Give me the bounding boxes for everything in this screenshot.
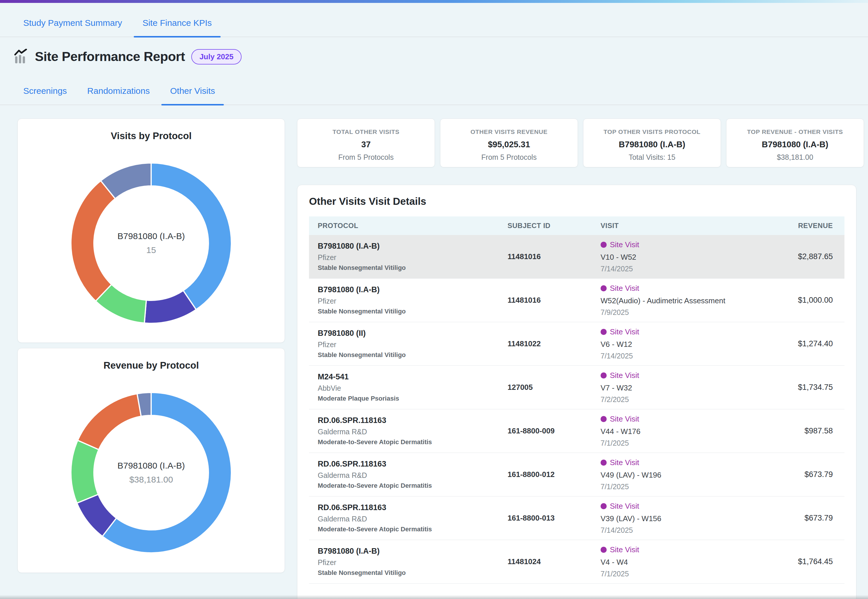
protocol-name: RD.06.SPR.118163 [318,416,495,425]
visit-name: V44 - W176 [601,427,782,436]
visit-date: 7/14/2025 [601,526,782,534]
revenue-donut-chart: B7981080 (I.A-B) $38,181.00 [70,391,232,554]
table-header-row: PROTOCOL SUBJECT ID VISIT REVENUE [309,217,844,235]
column-header-revenue: REVENUE [782,222,844,230]
table-row[interactable]: B7981080 (I.A-B)PfizerStable Nonsegmenta… [309,278,844,322]
visit-cell: Site VisitV10 - W527/14/2025 [588,235,782,278]
kpi-total-other-visits: TOTAL OTHER VISITS 37 From 5 Protocols [297,119,435,167]
visit-dot-icon [601,242,607,248]
visit-date: 7/14/2025 [601,265,782,273]
revenue-cell: $673.79 [782,497,844,540]
sponsor-name: Pfizer [318,253,495,262]
table-row[interactable]: B7981080 (I.A-B)PfizerStable Nonsegmenta… [309,235,844,278]
indication-name: Stable Nonsegmental Vitiligo [318,308,495,315]
protocol-cell: B7981080 (I.A-B)PfizerStable Nonsegmenta… [309,235,495,278]
protocol-cell: RD.06.SPR.118163Galderma R&DModerate-to-… [309,453,495,496]
visit-dot-icon [601,372,607,379]
protocol-name: B7981080 (II) [318,329,495,338]
visit-type: Site Visit [601,284,782,293]
visit-type-label: Site Visit [610,415,639,424]
subject-id-value: 161-8800-012 [507,470,588,479]
visit-type-label: Site Visit [610,327,639,336]
sponsor-name: Galderma R&D [318,427,495,436]
charts-column: Visits by Protocol B7981080 (I.A-B) 15 R… [17,119,285,573]
revenue-cell: $1,764.45 [782,540,844,583]
visit-dot-icon [601,547,607,553]
visit-date: 7/1/2025 [601,570,782,578]
visit-name: V10 - W52 [601,253,782,262]
visit-date: 7/1/2025 [601,439,782,447]
tab-other-visits[interactable]: Other Visits [169,71,216,105]
revenue-cell: $673.79 [782,453,844,496]
tab-site-finance-kpis[interactable]: Site Finance KPIs [141,3,213,37]
report-tab-bar: Screenings Randomizations Other Visits [0,71,868,105]
visit-cell: Site VisitV7 - W327/2/2025 [588,366,782,409]
subject-id-value: 11481016 [507,296,588,305]
subject-id-value: 161-8800-009 [507,426,588,435]
donut-segment[interactable] [151,163,231,310]
table-row[interactable]: RD.06.SPR.118163Galderma R&DModerate-to-… [309,453,844,497]
visit-date: 7/1/2025 [601,483,782,491]
revenue-cell: $1,000.00 [782,278,844,322]
kpi-subtext: $38,181.00 [726,153,863,161]
protocol-name: RD.06.SPR.118163 [318,503,495,512]
kpi-row: TOTAL OTHER VISITS 37 From 5 Protocols O… [297,119,864,167]
report-header: Site Performance Report July 2025 [14,49,868,65]
kpi-value: $95,025.31 [441,140,578,149]
revenue-value: $1,000.00 [798,296,833,305]
table-row[interactable]: M24-541AbbVieModerate Plaque Psoriasis12… [309,366,844,409]
revenue-value: $2,887.65 [798,252,833,261]
donut-segment[interactable] [78,394,141,449]
table-row[interactable]: RD.06.SPR.118163Galderma R&DModerate-to-… [309,409,844,453]
indication-name: Stable Nonsegmental Vitiligo [318,351,495,359]
chart-title-visits: Visits by Protocol [18,131,285,141]
subject-id-cell: 161-8800-013 [495,497,588,540]
visit-type: Site Visit [601,415,782,424]
visit-type-label: Site Visit [610,458,639,467]
table-row[interactable]: B7981080 (I.A-B)PfizerStable Nonsegmenta… [309,540,844,584]
visit-type-label: Site Visit [610,371,639,380]
protocol-name: RD.06.SPR.118163 [318,459,495,468]
table-row[interactable]: RD.06.SPR.118163Galderma R&DModerate-to-… [309,497,844,540]
donut-segment[interactable] [71,181,115,301]
protocol-name: M24-541 [318,372,495,381]
column-header-subject-id: SUBJECT ID [495,222,588,230]
sponsor-name: Galderma R&D [318,471,495,480]
kpi-value: B7981080 (I.A-B) [726,140,863,149]
visit-type: Site Visit [601,327,782,336]
visit-dot-icon [601,329,607,335]
visit-cell: Site VisitV39 (LAV) - W1567/14/2025 [588,497,782,540]
revenue-value: $1,764.45 [798,557,833,566]
visit-dot-icon [601,416,607,422]
indication-name: Moderate-to-Severe Atopic Dermatitis [318,525,495,533]
subject-id-value: 11481022 [507,339,588,348]
visit-name: V49 (LAV) - W196 [601,471,782,480]
kpi-top-other-visits-protocol: TOP OTHER VISITS PROTOCOL B7981080 (I.A-… [583,119,721,167]
sponsor-name: AbbVie [318,384,495,393]
dashboard-content: Visits by Protocol B7981080 (I.A-B) 15 R… [0,105,868,599]
column-header-visit: VISIT [588,222,782,230]
sponsor-name: Pfizer [318,340,495,349]
tab-study-payment-summary[interactable]: Study Payment Summary [22,3,123,37]
visit-cell: Site VisitV4 - W47/1/2025 [588,540,782,583]
period-badge: July 2025 [191,49,242,65]
visit-type-label: Site Visit [610,284,639,293]
subject-id-cell: 127005 [495,366,588,409]
protocol-cell: B7981080 (II)PfizerStable Nonsegmental V… [309,322,495,366]
protocol-name: B7981080 (I.A-B) [318,242,495,251]
kpi-value: 37 [297,140,435,149]
subject-id-cell: 161-8800-009 [495,409,588,453]
kpi-subtext: From 5 Protocols [441,153,578,161]
top-gradient-bar [0,0,868,3]
tab-screenings[interactable]: Screenings [22,71,68,105]
sponsor-name: Galderma R&D [318,515,495,523]
visit-dot-icon [601,285,607,291]
visit-type: Site Visit [601,502,782,511]
visit-type-label: Site Visit [610,502,639,511]
donut-segment[interactable] [71,440,99,503]
visit-date: 7/14/2025 [601,352,782,360]
table-row[interactable]: B7981080 (II)PfizerStable Nonsegmental V… [309,322,844,366]
top-tab-bar: Study Payment Summary Site Finance KPIs [0,3,868,37]
subject-id-cell: 11481022 [495,322,588,366]
tab-randomizations[interactable]: Randomizations [86,71,151,105]
